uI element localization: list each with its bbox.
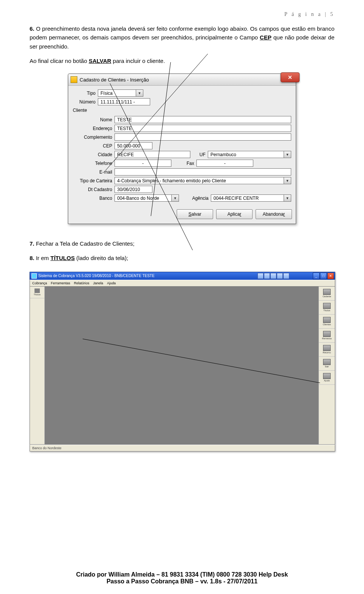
banco-combo[interactable]: ▼ bbox=[115, 194, 179, 202]
toolbar-item-titulos[interactable]: Títulos bbox=[319, 301, 335, 315]
numero-input[interactable] bbox=[100, 99, 148, 105]
exit-icon bbox=[323, 359, 331, 365]
paragraph-8: 8. Ir em TÍTULOS (lado direito da tela); bbox=[30, 254, 334, 262]
titulos-emphasis: TÍTULOS bbox=[50, 255, 75, 261]
mdi-window: Sistema de Cobrança V3.5.020 19/08/2010 … bbox=[30, 272, 335, 451]
item-6b-after: para incluir o cliente. bbox=[111, 58, 165, 64]
banco-input[interactable] bbox=[116, 195, 170, 201]
dialog-titlebar: Cadastro de Clientes - Inserção ✕ bbox=[68, 74, 296, 86]
endereco-input[interactable] bbox=[116, 125, 289, 132]
aplicar-button[interactable]: Aplicar bbox=[216, 209, 253, 219]
toolbar-label: Títulos bbox=[323, 309, 330, 312]
toolbar-item-retorno[interactable]: Retorno bbox=[319, 343, 335, 357]
salvar-emphasis: SALVAR bbox=[89, 58, 111, 64]
minimize-button[interactable]: _ bbox=[313, 273, 320, 279]
menu-item[interactable]: Cobrança bbox=[32, 281, 47, 285]
document-icon bbox=[323, 303, 331, 309]
app-icon bbox=[71, 76, 77, 83]
cep-input[interactable] bbox=[116, 143, 151, 149]
nome-input[interactable] bbox=[116, 117, 289, 123]
window-icon[interactable] bbox=[264, 273, 270, 279]
menu-item[interactable]: Ferramentas bbox=[51, 281, 70, 285]
window-icon[interactable] bbox=[257, 273, 264, 279]
chevron-down-icon[interactable]: ▼ bbox=[284, 177, 291, 184]
tipo-input[interactable] bbox=[100, 90, 134, 96]
complemento-input[interactable] bbox=[116, 134, 289, 140]
endereco-label: Endereço bbox=[73, 126, 115, 131]
document-icon bbox=[35, 288, 40, 293]
fax-label: Fax bbox=[171, 161, 196, 166]
footer-line-1: Criado por William Almeida – 81 9831 333… bbox=[0, 571, 364, 578]
uf-combo[interactable]: ▼ bbox=[208, 151, 291, 158]
toolbar-label: Títulos bbox=[34, 293, 41, 296]
telefone-input[interactable] bbox=[116, 160, 169, 166]
toolbar-item-remessa[interactable]: Remessa bbox=[319, 329, 335, 343]
mdi-title: Sistema de Cobrança V3.5.020 19/08/2010 … bbox=[38, 274, 155, 278]
toolbar-item-cedente[interactable]: Cedente bbox=[319, 287, 335, 301]
cep-label: CEP bbox=[73, 143, 115, 149]
dt-cadastro-input[interactable] bbox=[116, 187, 151, 193]
folder-icon bbox=[323, 289, 331, 295]
toolbar-item-ajuda[interactable]: Ajuda bbox=[319, 371, 335, 385]
mdi-right-toolbar: Cedente Títulos Clientes Remessa Retorno… bbox=[318, 287, 335, 444]
complemento-label: Complemento bbox=[73, 135, 115, 140]
dialog-title: Cadastro de Clientes - Inserção bbox=[80, 77, 149, 83]
chevron-down-icon[interactable]: ▼ bbox=[136, 89, 143, 97]
item-7-number: 7. bbox=[30, 240, 35, 247]
uf-input[interactable] bbox=[210, 152, 282, 158]
abandonar-button[interactable]: Abandonar bbox=[256, 209, 292, 219]
mdi-left-toolbar: Títulos bbox=[30, 287, 45, 444]
item-8-text-b: (lado direito da tela); bbox=[75, 255, 128, 261]
item-6b-pre: Ao final clicar no botão bbox=[30, 58, 89, 64]
toolbar-label: Cedente bbox=[323, 295, 331, 298]
close-button[interactable]: ✕ bbox=[327, 273, 334, 279]
toolbar-item-titulos[interactable]: Títulos bbox=[30, 287, 44, 298]
cidade-input[interactable] bbox=[116, 152, 188, 158]
agencia-combo[interactable]: ▼ bbox=[211, 194, 291, 202]
email-label: E-mail bbox=[73, 169, 115, 175]
tipo-carteira-combo[interactable]: ▼ bbox=[115, 177, 291, 184]
salvar-button[interactable]: Salvar bbox=[177, 209, 213, 219]
email-input[interactable] bbox=[116, 169, 289, 175]
page-number: P á g i n a | 5 bbox=[30, 11, 334, 17]
item-7-text: Fechar a Tela de Cadastro de Clientes; bbox=[35, 240, 135, 247]
numero-label: Número bbox=[73, 99, 98, 105]
toolbar-label: Retorno bbox=[323, 351, 331, 354]
download-icon bbox=[323, 345, 331, 351]
mdi-titlebar: Sistema de Cobrança V3.5.020 19/08/2010 … bbox=[30, 272, 335, 280]
agencia-label: Agência bbox=[179, 196, 211, 201]
tipo-combo[interactable]: ▼ bbox=[98, 89, 143, 97]
upload-icon bbox=[323, 331, 331, 337]
chevron-down-icon[interactable]: ▼ bbox=[172, 194, 179, 202]
menu-item[interactable]: Janela bbox=[93, 281, 104, 285]
cliente-section-label: Cliente bbox=[73, 108, 291, 113]
toolbar-item-clientes[interactable]: Clientes bbox=[319, 315, 335, 329]
window-icon[interactable] bbox=[270, 273, 276, 279]
paragraph-6b: Ao final clicar no botão SALVAR para inc… bbox=[30, 56, 334, 65]
mdi-menubar: Cobrança Ferramentas Relatórios Janela A… bbox=[30, 280, 335, 287]
tipo-carteira-label: Tipo de Carteira bbox=[73, 178, 115, 183]
window-icon[interactable] bbox=[283, 273, 289, 279]
banco-label: Banco bbox=[73, 196, 115, 201]
item-8-text-a: Ir em bbox=[35, 255, 51, 261]
chevron-down-icon[interactable]: ▼ bbox=[284, 194, 291, 202]
menu-item[interactable]: Ajuda bbox=[107, 281, 116, 285]
agencia-input[interactable] bbox=[213, 195, 282, 201]
paragraph-6: 6. O preenchimento desta nova janela dev… bbox=[30, 24, 334, 51]
toolbar-label: Ajuda bbox=[324, 379, 329, 382]
fax-input[interactable] bbox=[198, 160, 251, 166]
toolbar-item-sair[interactable]: Sair bbox=[319, 357, 335, 371]
tipo-carteira-input[interactable] bbox=[116, 178, 282, 184]
people-icon bbox=[323, 317, 331, 323]
chevron-down-icon[interactable]: ▼ bbox=[284, 151, 291, 158]
toolbar-label: Sair bbox=[325, 365, 329, 368]
maximize-button[interactable]: □ bbox=[320, 273, 327, 279]
close-button[interactable]: ✕ bbox=[281, 72, 300, 82]
help-icon bbox=[323, 373, 331, 379]
item-8-number: 8. bbox=[30, 255, 35, 261]
toolbar-label: Clientes bbox=[323, 323, 331, 326]
footer-line-2: Passo a Passo Cobrança BNB – vv. 1.8s - … bbox=[0, 578, 364, 585]
paragraph-7: 7. Fechar a Tela de Cadastro de Clientes… bbox=[30, 239, 334, 248]
window-icon[interactable] bbox=[277, 273, 283, 279]
menu-item[interactable]: Relatórios bbox=[74, 281, 89, 285]
